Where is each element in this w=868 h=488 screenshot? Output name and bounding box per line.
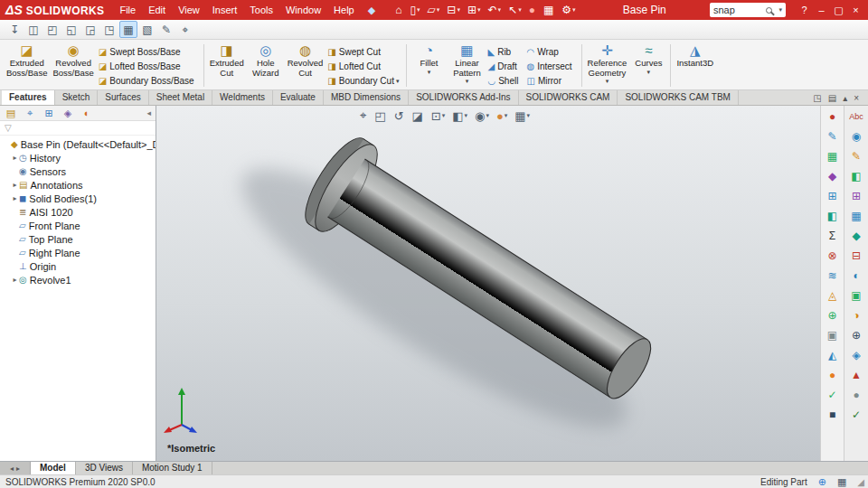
titlebar-tool-button[interactable]: ▱ ▾	[424, 0, 444, 20]
status-grid-icon[interactable]: ▦	[837, 476, 846, 488]
view-tool-button[interactable]: ▦ ▾	[512, 108, 533, 124]
extruded-cut-button[interactable]: ◨ Extruded Cut	[207, 42, 247, 89]
tree-item[interactable]: ▱ Right Plane	[0, 246, 156, 259]
command-tab[interactable]: Surfaces	[98, 90, 148, 105]
toolbar-icon-button[interactable]: ●	[823, 366, 843, 384]
toolbar-icon-button[interactable]: ✎	[846, 147, 866, 165]
ribbon-small-button[interactable]: ◫ Mirror	[526, 74, 573, 88]
toolbar-icon-button[interactable]: ◆	[846, 227, 866, 245]
hole-wizard-button[interactable]: ◎ Hole Wizard	[247, 42, 285, 89]
toolbar-icon-button[interactable]: ▣	[823, 326, 843, 344]
window-control-button[interactable]: ?	[797, 5, 812, 15]
graphics-area[interactable]: ⌖ ◰ ↺ ◪	[156, 106, 820, 461]
ribbon-small-button[interactable]: ◡ Shell	[487, 74, 520, 88]
menu-item[interactable]: Edit	[142, 0, 172, 20]
toolbar-icon-button[interactable]: ✓	[823, 386, 843, 404]
tree-item[interactable]: ▸ ▤ Annotations	[0, 178, 156, 192]
view-tool-button[interactable]: ⌖	[357, 108, 370, 124]
panel-tab[interactable]: ▤	[2, 108, 20, 119]
search-icon[interactable]	[766, 7, 772, 14]
tree-item[interactable]: ▸ ◷ History	[0, 151, 156, 164]
orientation-triad[interactable]	[160, 385, 205, 437]
expand-arrow[interactable]: ▸	[11, 276, 19, 284]
ribbon-small-button[interactable]: ◨ Swept Cut	[327, 45, 399, 59]
quickbar-button[interactable]: ◫	[24, 21, 42, 38]
toolbar-icon-button[interactable]: ◧	[846, 167, 866, 185]
resize-grip[interactable]: ◢	[857, 477, 864, 487]
view-tool-button[interactable]: ◪	[410, 108, 427, 124]
view-tool-button[interactable]: ● ▾	[494, 108, 510, 124]
window-control-button[interactable]: –	[814, 5, 829, 15]
toolbar-icon-button[interactable]: ▲	[846, 366, 866, 384]
command-tab[interactable]: Sketch	[55, 90, 99, 105]
tree-item[interactable]: ▸ ◎ Revolve1	[0, 273, 156, 286]
tab-scroll-arrow[interactable]: ◂	[10, 465, 14, 473]
toolbar-icon-button[interactable]: ⊞	[846, 187, 866, 205]
model-tab[interactable]: Model	[31, 462, 76, 474]
toolbar-icon-button[interactable]: ⊕	[823, 306, 843, 324]
toolbar-icon-button[interactable]: ▦	[823, 147, 843, 165]
toolbar-icon-button[interactable]: ◉	[846, 127, 866, 145]
tree-item[interactable]: ▱ Front Plane	[0, 219, 156, 232]
toolbar-icon-button[interactable]: ◧	[823, 207, 843, 225]
menu-item[interactable]: View	[172, 0, 206, 20]
panel-tab[interactable]: ◈	[59, 108, 77, 119]
ribbon-small-button[interactable]: ◨ Lofted Cut	[327, 60, 399, 73]
panel-tab[interactable]: ◐	[78, 108, 96, 119]
toolbar-icon-button[interactable]: ▦	[846, 207, 866, 225]
command-tab[interactable]: Features	[2, 90, 55, 105]
menu-item[interactable]: File	[113, 0, 142, 20]
ribbon-small-button[interactable]: ◍ Intersect	[526, 60, 573, 73]
status-globe-icon[interactable]: ⊕	[818, 476, 826, 488]
toolbar-icon-button[interactable]: ■	[823, 406, 843, 424]
titlebar-tool-button[interactable]: ▦	[540, 0, 558, 20]
linear-pattern-button[interactable]: ▦ Linear Pattern ▾	[448, 42, 486, 89]
toolbar-icon-button[interactable]: ◆	[823, 167, 843, 185]
expand-arrow[interactable]: ▸	[11, 154, 19, 162]
menu-item[interactable]: Window	[279, 0, 327, 20]
toolbar-icon-button[interactable]: ◑	[846, 306, 866, 324]
toolbar-icon-button[interactable]: Σ	[823, 227, 843, 245]
model-tab[interactable]: 3D Views	[76, 462, 133, 474]
curves-button[interactable]: ≈ Curves ▾	[629, 42, 667, 89]
toolbar-icon-button[interactable]: ⊟	[846, 247, 866, 265]
window-control-button[interactable]: ▢	[831, 5, 846, 16]
command-tab[interactable]: Evaluate	[273, 90, 324, 105]
view-tool-button[interactable]: ◧ ▾	[449, 108, 470, 124]
titlebar-tool-button[interactable]: ⚙ ▾	[558, 0, 579, 20]
quickbar-button[interactable]: ↧	[5, 21, 24, 38]
toolbar-icon-button[interactable]: ⊕	[846, 326, 866, 344]
revolved-cut-button[interactable]: ◍ Revolved Cut	[285, 42, 326, 89]
tabstrip-icon-button[interactable]: ◳	[813, 93, 821, 103]
ribbon-small-button[interactable]: ◪ Boundary Boss/Base	[99, 74, 196, 88]
quickbar-button[interactable]: ◰	[43, 21, 61, 38]
tabstrip-icon-button[interactable]: ▤	[828, 93, 836, 103]
revolved-boss-base-button[interactable]: ◉ Revolved Boss/Base	[50, 42, 96, 89]
instant3d-button[interactable]: ◮ Instant3D	[674, 42, 716, 89]
tab-scroll-arrow[interactable]: ▸	[16, 465, 20, 473]
toolbar-icon-button[interactable]: ✓	[846, 406, 866, 424]
toolbar-icon-button[interactable]: ✎	[823, 127, 843, 145]
ribbon-small-button[interactable]: ◪ Swept Boss/Base	[99, 45, 196, 59]
toolbar-icon-button[interactable]: ●	[823, 108, 843, 126]
ribbon-small-button[interactable]: ◣ Rib	[487, 45, 520, 59]
titlebar-tool-button[interactable]: ↶ ▾	[484, 0, 505, 20]
menu-item[interactable]: Help	[327, 0, 361, 20]
command-tab[interactable]: MBD Dimensions	[324, 90, 409, 105]
toolbar-icon-button[interactable]: ◬	[823, 286, 843, 305]
titlebar-tool-button[interactable]: ●	[525, 0, 540, 20]
quickbar-button[interactable]: ◳	[100, 21, 118, 38]
pin-icon[interactable]: ◆	[361, 5, 382, 16]
expand-arrow[interactable]: ▸	[11, 181, 19, 189]
tree-item[interactable]: ◆ Base Pin (Default<<Default>_Display	[0, 137, 156, 151]
ribbon-small-button[interactable]: ◨ Boundary Cut ▾	[327, 74, 399, 88]
quickbar-button[interactable]: ◲	[81, 21, 99, 38]
panel-tab[interactable]: ⊞	[40, 108, 58, 119]
graphics-scene[interactable]	[156, 106, 820, 461]
expand-arrow[interactable]: ▸	[11, 194, 19, 202]
view-tool-button[interactable]: ↺	[392, 108, 408, 124]
ribbon-small-button[interactable]: ◪ Lofted Boss/Base	[99, 60, 196, 73]
quickbar-button[interactable]: ◱	[62, 21, 80, 38]
quickbar-button[interactable]: ▧	[138, 21, 156, 38]
tree-filter-bar[interactable]: ▽	[0, 121, 156, 136]
